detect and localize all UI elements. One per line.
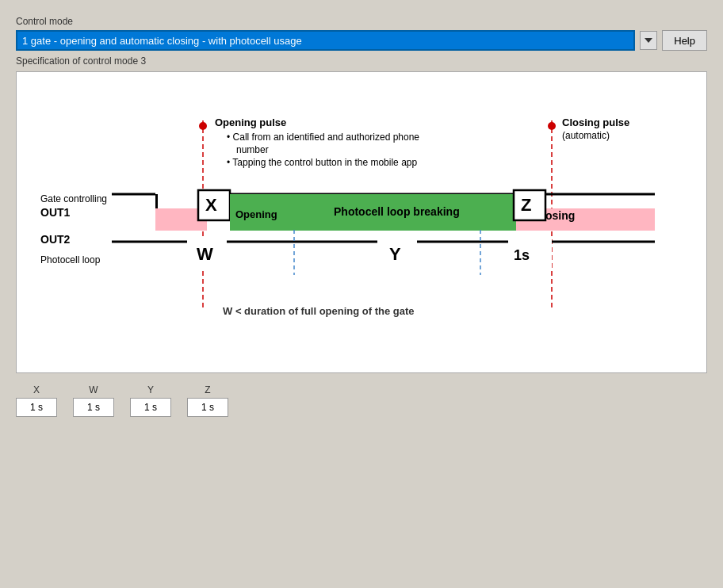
svg-text:(automatic): (automatic) [562,130,610,141]
param-y-group: Y [130,384,171,417]
svg-point-4 [548,122,556,130]
svg-text:Photocell loop: Photocell loop [40,254,101,265]
param-z-input[interactable] [187,398,228,417]
params-row: X W Y Z [16,384,707,417]
svg-text:OUT1: OUT1 [40,206,71,219]
param-y-label: Y [147,384,154,395]
svg-text:number: number [236,144,269,155]
svg-marker-0 [645,38,652,43]
param-x-input[interactable] [16,398,57,417]
diagram-container: Opening pulse • Call from an identified … [16,71,707,373]
control-mode-label: Control mode [16,16,707,27]
spec-label: Specification of control mode 3 [16,55,707,67]
svg-text:1s: 1s [514,247,530,263]
svg-point-3 [199,122,207,130]
svg-text:X: X [205,195,217,215]
param-w-input[interactable] [73,398,114,417]
param-w-label: W [89,384,98,395]
diagram-svg: Opening pulse • Call from an identified … [33,85,690,354]
param-y-input[interactable] [130,398,171,417]
svg-text:Photocell loop breaking: Photocell loop breaking [334,205,460,218]
svg-text:OUT2: OUT2 [40,233,71,246]
param-w-group: W [73,384,114,417]
svg-text:Gate controlling: Gate controlling [40,193,107,204]
svg-text:• Call from an identified and : • Call from an identified and authorized… [227,132,419,143]
svg-text:Y: Y [389,244,401,264]
svg-text:W < duration of full opening o: W < duration of full opening of the gate [223,305,415,317]
param-z-label: Z [205,384,210,395]
svg-text:Z: Z [521,195,531,215]
param-x-group: X [16,384,57,417]
svg-text:Opening pulse: Opening pulse [215,116,286,128]
svg-text:W: W [197,244,213,264]
help-button[interactable]: Help [662,30,707,51]
dropdown-arrow-icon[interactable] [640,31,657,50]
param-z-group: Z [187,384,228,417]
param-x-label: X [33,384,40,395]
svg-text:Closing pulse: Closing pulse [562,116,629,128]
dropdown-selected-value: 1 gate - opening and automatic closing -… [22,35,633,47]
svg-text:• Tapping the control button i: • Tapping the control button in the mobi… [227,157,417,168]
svg-rect-14 [155,194,158,208]
svg-text:Opening: Opening [235,208,277,220]
